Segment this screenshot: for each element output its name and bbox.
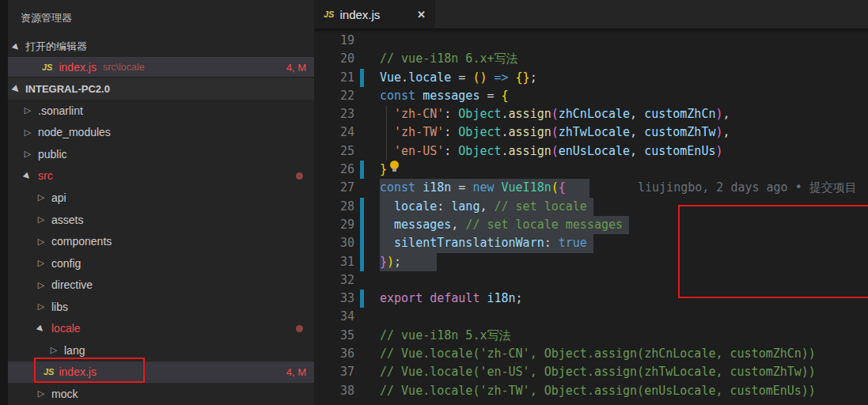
code-text: // Vue.locale('zh-TW', Object.assign(enU… (380, 382, 816, 400)
code-line-33[interactable]: 33export default i18n; (314, 290, 868, 308)
indent-guide (386, 105, 387, 123)
open-editor-item-indexjs[interactable]: JS index.js src\locale 4, M (8, 57, 314, 78)
code-token (495, 180, 502, 195)
tab-close-icon[interactable]: ✕ (417, 9, 426, 21)
code-line-27[interactable]: 27const i18n = new VueI18n({liujingbo, 2… (314, 179, 868, 197)
modified-gutter-indicator (360, 69, 364, 87)
tree-item--sonarlint[interactable]: ▷.sonarlint (8, 100, 314, 122)
code-text: const i18n = new VueI18n({ (380, 179, 589, 197)
code-line-35[interactable]: 35// vue-i18n 5.x写法 (314, 327, 868, 345)
tree-item-components[interactable]: ▷components (8, 230, 314, 252)
tree-item-api[interactable]: ▷api (8, 187, 314, 209)
tree-item-directive[interactable]: ▷directive (8, 274, 314, 296)
code-token (380, 199, 394, 214)
tab-index-js[interactable]: JS index.js ✕ (314, 0, 435, 28)
tree-item-src[interactable]: ▶src (8, 165, 314, 187)
lightbulb-icon[interactable] (390, 161, 399, 169)
line-number[interactable]: 26 (314, 161, 354, 179)
code-text: } (380, 161, 387, 179)
code-token: Vue (380, 70, 401, 85)
code-token: : (444, 107, 458, 121)
tree-item-libs[interactable]: ▷libs (8, 296, 314, 318)
code-line-24[interactable]: 24 'zh-TW': Object.assign(zhTwLocale, cu… (314, 123, 868, 142)
chevron-collapsed-icon: ▷ (36, 214, 47, 225)
code-line-36[interactable]: 36// Vue.locale('zh-CN', Object.assign(z… (314, 345, 868, 363)
workspace-section-header[interactable]: ▶ INTEGRAL-PC2.0 (8, 78, 314, 100)
sidebar-title: 资源管理器 (21, 11, 72, 25)
line-number[interactable]: 31 (314, 253, 354, 271)
code-token: i18n (487, 291, 515, 305)
code-token: . (502, 144, 509, 158)
code-line-29[interactable]: 29 messages, // set locale messages (314, 216, 868, 234)
line-number[interactable]: 22 (314, 87, 354, 105)
line-number[interactable]: 33 (314, 290, 354, 308)
code-editor[interactable]: 1920// vue-i18n 6.x+写法21Vue.locale = () … (314, 28, 868, 405)
code-token: . (502, 107, 509, 121)
line-number[interactable]: 27 (314, 179, 354, 197)
tree-item-mock[interactable]: ▷mock (8, 383, 314, 405)
code-line-19[interactable]: 19 (314, 32, 868, 50)
code-token: , (479, 199, 494, 214)
code-text: const messages = { (380, 87, 509, 105)
tree-item-assets[interactable]: ▷assets (8, 209, 314, 231)
tree-item-locale[interactable]: ▶locale (8, 317, 314, 339)
line-number[interactable]: 38 (314, 382, 354, 400)
code-token: ; (516, 291, 523, 305)
code-token: => (495, 70, 509, 85)
code-line-32[interactable]: 32 (314, 271, 868, 290)
line-number[interactable]: 37 (314, 363, 354, 381)
code-line-37[interactable]: 37// Vue.locale('en-US', Object.assign(z… (314, 363, 868, 381)
code-line-21[interactable]: 21Vue.locale = () => {}; (314, 69, 868, 87)
line-number[interactable]: 23 (314, 105, 354, 123)
tree-item-label: src (38, 169, 53, 182)
line-number[interactable]: 25 (314, 142, 354, 161)
code-line-31[interactable]: 31}); (314, 253, 868, 271)
line-number[interactable]: 29 (314, 216, 354, 234)
line-number[interactable]: 21 (314, 69, 354, 87)
code-token: 'zh-CN' (394, 107, 444, 121)
tree-item-lang[interactable]: ▷lang (8, 339, 314, 361)
code-text: 'en-US': Object.assign(enUsLocale, custo… (380, 142, 723, 161)
code-token: : (544, 236, 559, 250)
code-token: ; (394, 255, 401, 269)
line-number[interactable]: 28 (314, 198, 354, 216)
code-text: 'zh-TW': Object.assign(zhTwLocale, custo… (380, 123, 730, 142)
code-token: messages (423, 89, 479, 103)
tree-item-index-js[interactable]: JSindex.js4, M (8, 361, 314, 384)
code-token: ) (715, 144, 722, 158)
code-line-28[interactable]: 28 locale: lang, // set locale (314, 198, 868, 216)
code-line-34[interactable]: 34 (314, 308, 868, 326)
line-number[interactable]: 20 (314, 50, 354, 68)
code-token: : (437, 199, 451, 214)
code-line-38[interactable]: 38// Vue.locale('zh-TW', Object.assign(e… (314, 382, 868, 400)
code-token: // Vue.locale('zh-TW', Object.assign(enU… (380, 384, 816, 398)
line-number[interactable]: 32 (314, 271, 354, 290)
code-token: ( (552, 180, 559, 195)
tree-item-config[interactable]: ▷config (8, 252, 314, 274)
code-line-22[interactable]: 22const messages = { (314, 87, 868, 105)
code-line-23[interactable]: 23 'zh-CN': Object.assign(zhCnLocale, cu… (314, 105, 868, 123)
code-token: 'zh-TW' (394, 125, 444, 139)
code-line-26[interactable]: 26} (314, 161, 868, 179)
code-token: Object (458, 125, 501, 139)
tree-item-public[interactable]: ▷public (8, 143, 314, 165)
line-number[interactable]: 35 (314, 327, 354, 345)
open-editors-section-header[interactable]: ▶ 打开的编辑器 (8, 36, 314, 57)
code-line-25[interactable]: 25 'en-US': Object.assign(enUsLocale, cu… (314, 142, 868, 161)
code-text: 'zh-CN': Object.assign(zhCnLocale, custo… (380, 105, 730, 123)
modified-gutter-indicator (360, 234, 364, 252)
chevron-collapsed-icon: ▷ (22, 127, 33, 138)
line-number[interactable]: 24 (314, 123, 354, 142)
code-token: assign (509, 107, 552, 121)
code-text: silentTranslationWarn: true (380, 234, 593, 252)
line-number[interactable]: 19 (314, 32, 354, 50)
code-token (380, 144, 394, 158)
line-number[interactable]: 36 (314, 345, 354, 363)
modified-gutter-indicator (360, 161, 364, 179)
line-number[interactable]: 34 (314, 308, 354, 326)
tree-item-node-modules[interactable]: ▷node_modules (8, 122, 314, 144)
code-line-20[interactable]: 20// vue-i18n 6.x+写法 (314, 50, 868, 68)
code-line-30[interactable]: 30 silentTranslationWarn: true (314, 234, 868, 252)
line-number[interactable]: 30 (314, 234, 354, 252)
tree-item-label: mock (51, 388, 78, 400)
